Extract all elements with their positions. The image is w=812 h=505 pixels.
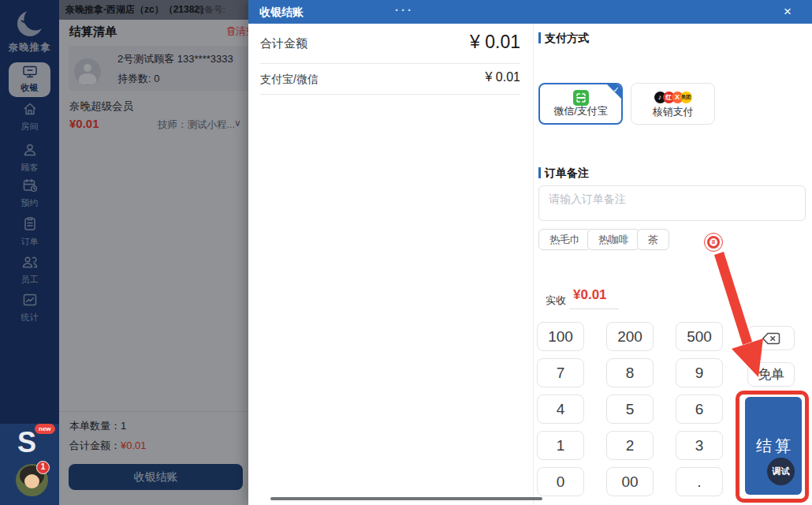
check-icon: ✓: [613, 85, 620, 94]
backspace-icon: [762, 334, 780, 347]
payment-method-row-value: ¥ 0.01: [486, 70, 520, 84]
numpad-key-5[interactable]: 5: [606, 395, 654, 424]
received-label: 实收: [546, 294, 566, 308]
modal-header: 收银结账 ··· ×: [248, 0, 812, 24]
free-order-button[interactable]: 免单: [747, 362, 795, 387]
numpad-key-500[interactable]: 500: [676, 322, 723, 351]
divider: [260, 94, 520, 95]
numpad: 100 200 500 7 8 9 4 5 6 1 2 3 0 00 .: [537, 322, 723, 496]
horizontal-scrollbar[interactable]: [270, 497, 542, 500]
numpad-key-9[interactable]: 9: [676, 358, 723, 387]
checkout-modal: 收银结账 ··· × 合计金额 ¥ 0.01 支付宝/微信 ¥ 0.01 支付方…: [248, 0, 812, 505]
numpad-key-200[interactable]: 200: [606, 322, 654, 351]
numpad-key-1[interactable]: 1: [537, 431, 584, 460]
divider: [260, 63, 520, 64]
received-underline: [569, 309, 619, 309]
backspace-key[interactable]: [747, 326, 795, 350]
payment-method-row-label: 支付宝/微信: [260, 73, 318, 87]
numpad-key-7[interactable]: 7: [537, 358, 584, 387]
numpad-key-6[interactable]: 6: [676, 395, 723, 424]
s-float-widget[interactable]: S new: [17, 427, 36, 458]
total-amount-value: ¥ 0.01: [470, 32, 520, 53]
received-value: ¥0.01: [573, 287, 607, 303]
numpad-key-2[interactable]: 2: [606, 431, 654, 460]
s-logo-icon: S: [17, 427, 36, 458]
wechat-scan-icon: [573, 90, 589, 106]
debug-badge[interactable]: 调试: [767, 458, 795, 485]
order-remark-input[interactable]: [538, 185, 806, 221]
numpad-key-dot[interactable]: .: [676, 467, 723, 496]
modal-title: 收银结账: [259, 0, 304, 24]
pay-method-wechat-alipay[interactable]: ✓ 微信/支付宝: [538, 83, 623, 125]
numpad-key-100[interactable]: 100: [537, 322, 584, 351]
remark-section-title: 订单备注: [538, 166, 589, 181]
remark-tag-hot-towel[interactable]: 热毛巾: [538, 229, 591, 250]
new-badge: new: [35, 424, 55, 434]
divider: [533, 24, 534, 505]
remark-tag-tea[interactable]: 茶: [637, 229, 669, 250]
close-icon[interactable]: ×: [784, 0, 792, 24]
numpad-key-4[interactable]: 4: [537, 395, 584, 424]
payment-section-title: 支付方式: [538, 32, 589, 46]
pos-app-screen: 奈晚推拿 收银 房间 顾客 预约: [0, 0, 812, 505]
meituan-icon: 美团: [680, 92, 692, 103]
unread-count-badge: 1: [36, 461, 50, 474]
total-amount-label: 合计金额: [260, 36, 307, 51]
numpad-key-3[interactable]: 3: [676, 431, 723, 460]
pay-method-label: 核销支付: [631, 105, 714, 119]
remark-tag-hot-coffee[interactable]: 热咖啡: [587, 229, 640, 250]
numpad-key-0[interactable]: 0: [537, 467, 584, 496]
numpad-key-00[interactable]: 00: [606, 467, 654, 496]
more-menu-icon[interactable]: ···: [395, 0, 414, 22]
pay-method-verify[interactable]: ♪ 红 X 美团 核销支付: [631, 83, 715, 125]
numpad-key-8[interactable]: 8: [606, 358, 654, 387]
pay-method-label: 微信/支付宝: [540, 104, 621, 118]
